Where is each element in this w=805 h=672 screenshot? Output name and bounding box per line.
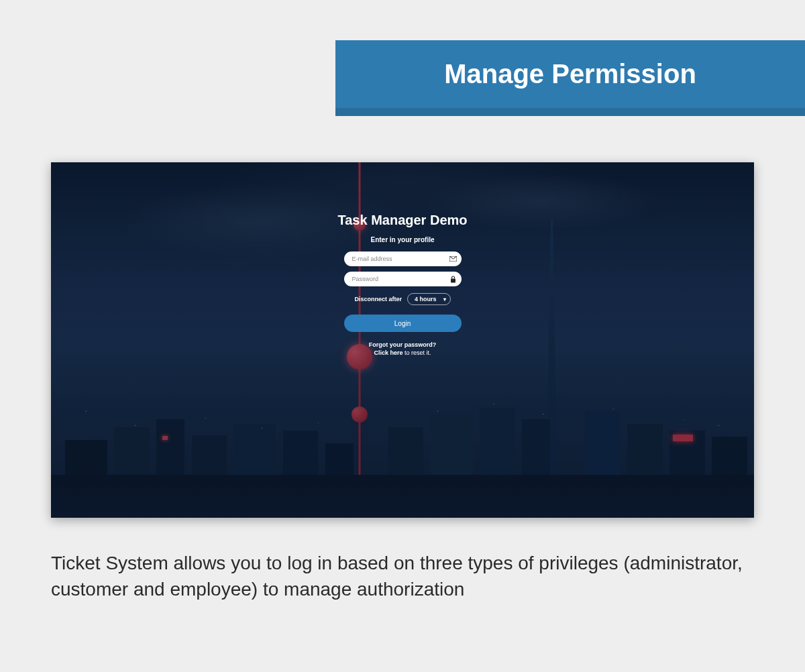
email-row (332, 251, 473, 266)
mail-icon (449, 255, 457, 263)
svg-rect-0 (451, 278, 455, 282)
password-field[interactable] (344, 272, 462, 286)
password-row (332, 272, 473, 286)
header-banner-accent (335, 108, 805, 116)
page-title: Manage Permission (362, 59, 778, 89)
lock-icon (449, 275, 457, 283)
feature-description: Ticket System allows you to log in based… (51, 550, 754, 602)
header-banner-top: Manage Permission (335, 40, 805, 108)
disconnect-select[interactable]: 4 hours (407, 293, 451, 305)
disconnect-value: 4 hours (415, 296, 437, 302)
login-screenshot: Task Manager Demo Enter in your profile … (51, 162, 754, 518)
email-field[interactable] (344, 251, 462, 266)
reset-link-line: Click here to reset it. (332, 349, 473, 356)
login-subtitle: Enter in your profile (332, 236, 473, 243)
login-button[interactable]: Login (344, 315, 462, 332)
disconnect-label: Disconnect after (354, 296, 402, 302)
disconnect-row: Disconnect after 4 hours (332, 293, 473, 305)
screenshot-wrapper: Task Manager Demo Enter in your profile … (51, 162, 754, 518)
header-banner: Manage Permission (335, 40, 805, 116)
login-title: Task Manager Demo (332, 213, 473, 228)
forgot-password-text: Forgot your password? (332, 341, 473, 348)
reset-link[interactable]: Click here (374, 349, 402, 356)
login-form: Task Manager Demo Enter in your profile … (332, 213, 473, 356)
reset-rest: to reset it. (403, 349, 431, 356)
